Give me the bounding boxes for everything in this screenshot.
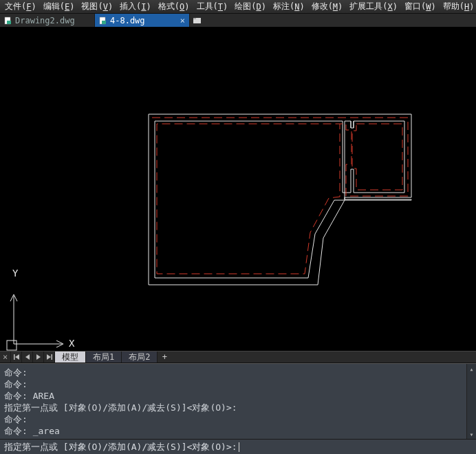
menu-D[interactable]: 绘图(D): [231, 0, 270, 13]
menu-I[interactable]: 插入(I): [116, 0, 155, 13]
svg-rect-10: [7, 340, 17, 350]
svg-rect-12: [14, 354, 15, 360]
command-history-line: 命令:: [4, 378, 472, 390]
file-tabs-bar: Drawing2.dwg4-8.dwg×: [0, 14, 476, 28]
menu-W[interactable]: 窗口(W): [401, 0, 440, 13]
history-scrollbar[interactable]: ▴ ▾: [466, 364, 476, 439]
command-history[interactable]: 命令:命令:命令: AREA指定第一点或 [对象(O)/添加(A)/减去(S)]…: [0, 363, 476, 439]
ucs-y-label: Y: [12, 268, 19, 279]
command-input-text: 指定第一点或 [对象(O)/添加(A)/减去(S)]<对象(O)>:: [4, 441, 237, 453]
svg-rect-1: [7, 21, 11, 24]
svg-marker-13: [25, 354, 30, 360]
file-tab[interactable]: Drawing2.dwg: [0, 14, 95, 27]
command-input[interactable]: 指定第一点或 [对象(O)/添加(A)/减去(S)]<对象(O)>:: [0, 439, 476, 454]
close-icon[interactable]: ×: [0, 352, 11, 363]
tab-layout2[interactable]: 布局2: [122, 352, 158, 363]
menu-M[interactable]: 修改(M): [308, 0, 347, 13]
menu-X[interactable]: 扩展工具(X): [346, 0, 401, 13]
ucs-icon: [7, 294, 63, 350]
ucs-x-label: X: [69, 338, 75, 349]
svg-rect-16: [51, 354, 52, 360]
menu-T[interactable]: 工具(T): [193, 0, 232, 13]
close-tab-icon[interactable]: ×: [180, 16, 185, 25]
command-history-line: 命令:: [4, 367, 472, 378]
tab-nav-next-icon[interactable]: [33, 352, 44, 363]
dwg-file-icon: [99, 17, 107, 25]
tab-nav-last-icon[interactable]: [44, 352, 55, 363]
tab-model[interactable]: 模型: [55, 352, 86, 363]
svg-rect-5: [193, 18, 196, 19]
menu-N[interactable]: 标注(N): [270, 0, 308, 13]
file-tab[interactable]: 4-8.dwg×: [95, 14, 190, 27]
menu-V[interactable]: 视图(V): [78, 0, 116, 13]
text-cursor: [239, 442, 239, 452]
command-history-line: 命令: AREA: [4, 390, 472, 402]
command-history-line: 指定第一点或 [对象(O)/添加(A)/减去(S)]<对象(O)>:: [4, 402, 472, 413]
menu-bar: 文件(F)编辑(E)视图(V)插入(I)格式(O)工具(T)绘图(D)标注(N)…: [0, 0, 476, 14]
dwg-file-icon: [4, 17, 12, 25]
svg-marker-14: [36, 354, 41, 360]
drawing-viewport-svg: Y X: [0, 28, 476, 351]
svg-marker-15: [47, 354, 51, 360]
command-history-line: 命令:: [4, 413, 472, 425]
scroll-down-icon[interactable]: ▾: [467, 429, 476, 439]
menu-H[interactable]: 帮助(H): [440, 0, 476, 13]
svg-marker-11: [15, 354, 19, 360]
tab-nav-prev-icon[interactable]: [22, 352, 33, 363]
menu-E[interactable]: 编辑(E): [40, 0, 78, 13]
scroll-up-icon[interactable]: ▴: [467, 364, 476, 374]
menu-O[interactable]: 格式(O): [155, 0, 193, 13]
add-layout-button[interactable]: +: [158, 352, 171, 363]
file-tab-label: Drawing2.dwg: [15, 16, 75, 25]
file-tab-label: 4-8.dwg: [110, 16, 145, 25]
command-history-line: 命令: _area: [4, 425, 472, 437]
svg-rect-3: [102, 21, 106, 24]
layout-tabs-bar: × 模型 布局1 布局2 +: [0, 351, 476, 363]
tab-layout1[interactable]: 布局1: [86, 352, 122, 363]
menu-F[interactable]: 文件(F): [1, 0, 40, 13]
new-file-tab-button[interactable]: [190, 14, 205, 27]
tab-nav-first-icon[interactable]: [11, 352, 22, 363]
drawing-canvas[interactable]: Y X: [0, 28, 476, 351]
